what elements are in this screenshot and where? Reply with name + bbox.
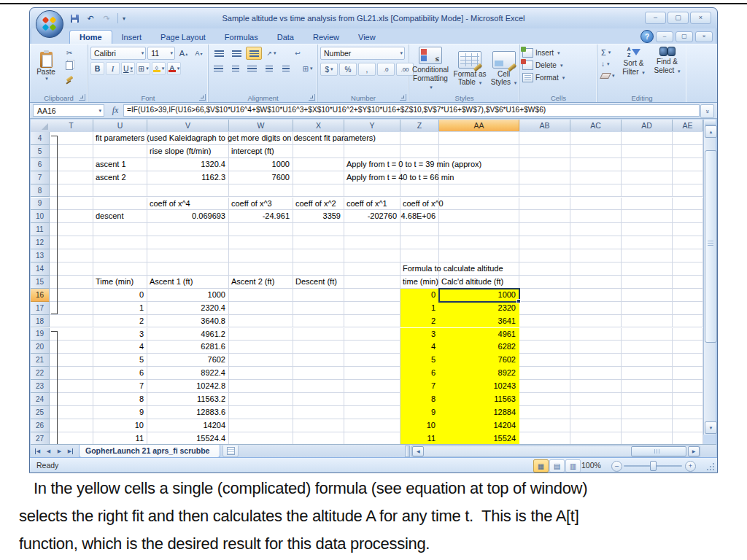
cell-AD11[interactable] bbox=[622, 223, 673, 236]
expand-formula-bar-button[interactable]: » bbox=[700, 104, 714, 118]
cell-Y11[interactable] bbox=[344, 223, 400, 236]
cell-X10[interactable]: 3359 bbox=[293, 210, 344, 223]
cell-X8[interactable] bbox=[293, 184, 344, 198]
cell-X14[interactable] bbox=[293, 262, 344, 276]
cell-X16[interactable] bbox=[293, 289, 344, 302]
cell-AB25[interactable] bbox=[519, 406, 570, 419]
cell-AE25[interactable] bbox=[673, 406, 703, 419]
cell-AA9[interactable] bbox=[439, 198, 519, 211]
cell-AB27[interactable] bbox=[519, 432, 570, 444]
cell-AA15[interactable]: Calc'd altitude (ft) bbox=[439, 276, 519, 289]
cell-X20[interactable] bbox=[293, 341, 344, 354]
tab-view[interactable]: View bbox=[349, 31, 385, 44]
number-dialog-launcher[interactable] bbox=[400, 94, 406, 101]
merge-center-button[interactable]: ⊞▾ bbox=[300, 62, 315, 75]
cell-AB14[interactable] bbox=[519, 262, 570, 276]
underline-button[interactable]: U▾ bbox=[121, 62, 135, 75]
cell-W10[interactable]: -24.961 bbox=[229, 210, 293, 223]
cell-Z15[interactable]: time (min) bbox=[400, 276, 439, 289]
cell-AE27[interactable] bbox=[673, 432, 703, 444]
row-header-19[interactable]: 19 bbox=[31, 328, 50, 341]
cell-Z27[interactable]: 11 bbox=[400, 432, 439, 444]
cell-W23[interactable] bbox=[229, 380, 293, 393]
cell-AA18[interactable]: 3641 bbox=[439, 315, 519, 328]
cell-U18[interactable]: 2 bbox=[93, 315, 147, 328]
cell-U6[interactable]: ascent 1 bbox=[93, 158, 147, 171]
row-header-24[interactable]: 24 bbox=[31, 393, 50, 406]
cell-AA23[interactable]: 10243 bbox=[439, 380, 519, 393]
cell-AC19[interactable] bbox=[570, 328, 622, 341]
cell-W27[interactable] bbox=[229, 432, 293, 444]
cell-W26[interactable] bbox=[229, 419, 293, 432]
cell-V19[interactable]: 4961.2 bbox=[147, 328, 229, 341]
cell-U9[interactable] bbox=[93, 198, 147, 211]
cell-Z9[interactable]: coeff of x^0 bbox=[400, 198, 439, 211]
cell-V10[interactable]: 0.069693 bbox=[147, 210, 229, 223]
workbook-close-button[interactable]: × bbox=[695, 31, 713, 42]
fill-button[interactable]: ↓▾ bbox=[600, 58, 616, 69]
cell-AD7[interactable] bbox=[622, 171, 673, 184]
column-header-Y[interactable]: Y bbox=[344, 120, 400, 131]
column-header-T[interactable]: T bbox=[50, 120, 93, 131]
cell-V27[interactable]: 15524.4 bbox=[147, 432, 229, 444]
copy-button[interactable] bbox=[63, 60, 76, 71]
cell-AD12[interactable] bbox=[622, 236, 673, 249]
cell-Y16[interactable] bbox=[344, 289, 400, 302]
align-left-button[interactable] bbox=[211, 62, 226, 75]
cell-Z23[interactable]: 7 bbox=[400, 380, 439, 393]
qat-customize-button[interactable]: ▾ bbox=[123, 15, 125, 22]
cell-W14[interactable] bbox=[229, 262, 293, 276]
cell-AE17[interactable] bbox=[673, 302, 703, 315]
cell-X9[interactable]: coeff of x^2 bbox=[293, 198, 344, 211]
cell-AB24[interactable] bbox=[519, 393, 570, 406]
cell-Z17[interactable]: 1 bbox=[400, 302, 439, 315]
cell-W18[interactable] bbox=[229, 315, 293, 328]
cell-U8[interactable] bbox=[93, 184, 147, 198]
cell-Y9[interactable]: coeff of x^1 bbox=[344, 198, 400, 211]
cell-AC18[interactable] bbox=[570, 315, 622, 328]
restore-button[interactable]: ▢ bbox=[667, 12, 689, 24]
cell-W20[interactable] bbox=[229, 341, 293, 354]
alignment-dialog-launcher[interactable] bbox=[309, 94, 315, 101]
cell-AD15[interactable] bbox=[622, 276, 673, 289]
fill-color-button[interactable]: ◊▾ bbox=[152, 62, 166, 75]
cell-Y7[interactable]: Apply from t = 40 to t = 66 min bbox=[344, 171, 400, 184]
row-header-5[interactable]: 5 bbox=[31, 145, 50, 158]
column-header-AA[interactable]: AA bbox=[439, 120, 519, 131]
cell-AC27[interactable] bbox=[570, 432, 622, 444]
select-all-corner[interactable] bbox=[31, 120, 50, 131]
insert-cells-button[interactable]: Insert ▾ bbox=[522, 47, 595, 59]
cell-V13[interactable] bbox=[147, 249, 229, 262]
cell-W13[interactable] bbox=[229, 249, 293, 262]
cell-AE18[interactable] bbox=[673, 315, 703, 328]
zoom-in-button[interactable]: + bbox=[685, 461, 696, 472]
cell-AD17[interactable] bbox=[622, 302, 673, 315]
format-painter-button[interactable] bbox=[63, 73, 76, 85]
row-header-9[interactable]: 9 bbox=[31, 198, 50, 211]
cell-V9[interactable]: coeff of x^4 bbox=[147, 198, 229, 211]
autosum-button[interactable]: Σ▾ bbox=[600, 47, 616, 58]
cell-V8[interactable] bbox=[147, 184, 229, 198]
cell-U4[interactable]: fit parameters (used Kaleidagraph to get… bbox=[93, 132, 147, 145]
column-header-AD[interactable]: AD bbox=[622, 120, 673, 131]
cell-W17[interactable] bbox=[229, 302, 293, 315]
insert-worksheet-button[interactable] bbox=[222, 446, 239, 457]
tab-data[interactable]: Data bbox=[268, 31, 303, 44]
tab-scroll-split-handle[interactable] bbox=[405, 446, 410, 457]
cell-V23[interactable]: 10242.8 bbox=[147, 380, 229, 393]
cell-U5[interactable] bbox=[93, 145, 147, 158]
tab-formulas[interactable]: Formulas bbox=[215, 31, 268, 44]
scroll-down-button[interactable]: ▼ bbox=[705, 421, 717, 434]
cell-AC21[interactable] bbox=[570, 354, 622, 367]
cell-Z16[interactable]: 0 bbox=[400, 289, 439, 302]
cell-AE21[interactable] bbox=[673, 354, 703, 367]
cell-AC12[interactable] bbox=[570, 236, 622, 249]
cell-X18[interactable] bbox=[293, 315, 344, 328]
previous-sheet-button[interactable]: ◀ bbox=[43, 446, 54, 456]
scroll-right-button[interactable]: ▶ bbox=[688, 446, 700, 456]
cell-AB21[interactable] bbox=[519, 354, 570, 367]
cell-AC20[interactable] bbox=[570, 341, 622, 354]
zoom-level[interactable]: 100% bbox=[581, 461, 601, 470]
cell-V16[interactable]: 1000 bbox=[147, 289, 229, 302]
tab-insert[interactable]: Insert bbox=[112, 31, 152, 44]
